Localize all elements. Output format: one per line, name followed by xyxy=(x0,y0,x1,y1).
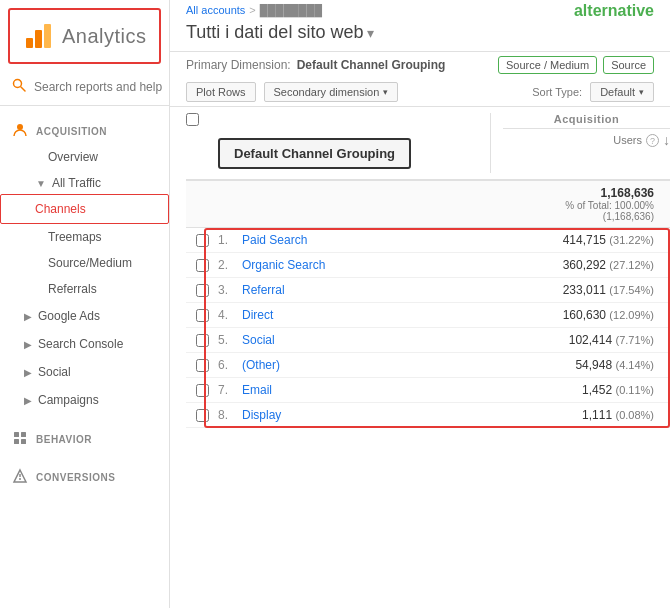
secondary-dimension-dropdown[interactable]: Secondary dimension ▾ xyxy=(264,82,399,102)
table-row: 5. Social 102,414 (7.71%) xyxy=(186,328,670,353)
row-checkbox-col xyxy=(186,309,218,322)
users-value: 233,011 xyxy=(563,283,606,297)
main-content: alternative All accounts > ████████ Tutt… xyxy=(170,0,670,608)
social-link[interactable]: Social xyxy=(242,333,275,347)
row-number: 2. xyxy=(218,258,242,272)
users-col-header: Users ? ↓ xyxy=(503,132,670,148)
total-users-value: 1,168,636 xyxy=(601,186,654,200)
sidebar-item-social[interactable]: ▶ Social xyxy=(0,358,169,386)
search-input[interactable] xyxy=(34,80,164,94)
row-checkbox-col xyxy=(186,334,218,347)
sort-type-dropdown[interactable]: Default ▾ xyxy=(590,82,654,102)
row-acq-cell: 1,452 (0.11%) xyxy=(490,383,670,397)
sidebar-item-treemaps[interactable]: Treemaps xyxy=(0,224,169,250)
sidebar-item-referrals[interactable]: Referrals xyxy=(0,276,169,302)
table-row: 1. Paid Search 414,715 (31.22%) xyxy=(186,228,670,253)
overview-label: Overview xyxy=(48,150,98,164)
acquisition-label: ACQUISITION xyxy=(36,126,107,137)
row-checkbox[interactable] xyxy=(196,259,209,272)
row-checkbox[interactable] xyxy=(196,409,209,422)
row-number: 5. xyxy=(218,333,242,347)
svg-rect-0 xyxy=(26,38,33,48)
svg-point-3 xyxy=(14,80,22,88)
header-checkbox-col xyxy=(186,113,218,173)
row-acq-cell: 160,630 (12.09%) xyxy=(490,308,670,322)
table-area: Default Channel Grouping Acquisition Use… xyxy=(170,107,670,608)
row-checkbox[interactable] xyxy=(196,309,209,322)
row-checkbox-col xyxy=(186,409,218,422)
display-link[interactable]: Display xyxy=(242,408,281,422)
row-acq-cell: 54,948 (4.14%) xyxy=(490,358,670,372)
social-label: Social xyxy=(38,365,71,379)
search-bar[interactable] xyxy=(0,68,169,106)
row-checkbox[interactable] xyxy=(196,384,209,397)
users-value: 1,452 xyxy=(582,383,612,397)
search-console-label: Search Console xyxy=(38,337,123,351)
users-help-icon[interactable]: ? xyxy=(646,134,659,147)
dim-header-cell: Default Channel Grouping xyxy=(218,113,490,173)
arrow-right-icon-2: ▶ xyxy=(24,339,32,350)
users-pct: (17.54%) xyxy=(609,284,654,296)
channels-label: Channels xyxy=(35,202,86,216)
users-pct: (0.11%) xyxy=(615,384,654,396)
table-header: Default Channel Grouping Acquisition Use… xyxy=(186,107,670,180)
svg-rect-8 xyxy=(14,439,19,444)
sidebar-item-overview[interactable]: Overview xyxy=(0,144,169,170)
row-acq-cell: 1,111 (0.08%) xyxy=(490,408,670,422)
dropdown-icon[interactable]: ▾ xyxy=(367,25,374,41)
breadcrumb-sep: > xyxy=(249,4,255,16)
row-number: 4. xyxy=(218,308,242,322)
users-pct: (7.71%) xyxy=(615,334,654,346)
source-medium-button[interactable]: Source / Medium xyxy=(498,56,597,74)
paid-search-link[interactable]: Paid Search xyxy=(242,233,307,247)
row-checkbox[interactable] xyxy=(196,334,209,347)
email-link[interactable]: Email xyxy=(242,383,272,397)
row-checkbox[interactable] xyxy=(196,234,209,247)
logo-container: Analytics xyxy=(8,8,161,64)
row-dim-cell: Email xyxy=(242,383,490,397)
select-all-checkbox[interactable] xyxy=(186,113,199,126)
row-number: 7. xyxy=(218,383,242,397)
table-row: 3. Referral 233,011 (17.54%) xyxy=(186,278,670,303)
row-checkbox[interactable] xyxy=(196,359,209,372)
table-row: 8. Display 1,111 (0.08%) xyxy=(186,403,670,428)
sidebar-item-source-medium[interactable]: Source/Medium xyxy=(0,250,169,276)
row-dim-cell: Direct xyxy=(242,308,490,322)
default-channel-grouping-option[interactable]: Default Channel Grouping xyxy=(297,58,446,72)
row-checkbox-col xyxy=(186,234,218,247)
sidebar-item-google-ads[interactable]: ▶ Google Ads xyxy=(0,302,169,330)
sidebar: Analytics ACQUISITION Overview xyxy=(0,0,170,608)
property-selector[interactable]: Tutti i dati del sito web ▾ xyxy=(170,20,670,51)
sidebar-item-campaigns[interactable]: ▶ Campaigns xyxy=(0,386,169,414)
users-pct: (4.14%) xyxy=(615,359,654,371)
sidebar-item-search-console[interactable]: ▶ Search Console xyxy=(0,330,169,358)
sort-desc-icon[interactable]: ↓ xyxy=(663,132,670,148)
arrow-right-icon-4: ▶ xyxy=(24,395,32,406)
secondary-dim-label: Secondary dimension xyxy=(274,86,380,98)
total-users: 1,168,636 % of Total: 100.00% (1,168,636… xyxy=(490,186,670,222)
source-button[interactable]: Source xyxy=(603,56,654,74)
users-pct: (27.12%) xyxy=(609,259,654,271)
property-name: Tutti i dati del sito web xyxy=(186,22,363,43)
behavior-section-header: BEHAVIOR xyxy=(0,420,169,452)
table-row: 2. Organic Search 360,292 (27.12%) xyxy=(186,253,670,278)
svg-point-5 xyxy=(17,124,23,130)
users-value: 54,948 xyxy=(575,358,612,372)
acquisition-icon xyxy=(12,122,28,140)
breadcrumb-all-accounts[interactable]: All accounts xyxy=(186,4,245,16)
row-checkbox[interactable] xyxy=(196,284,209,297)
table-row: 7. Email 1,452 (0.11%) xyxy=(186,378,670,403)
organic-search-link[interactable]: Organic Search xyxy=(242,258,325,272)
other-link[interactable]: (Other) xyxy=(242,358,280,372)
users-pct: (12.09%) xyxy=(609,309,654,321)
primary-dimension-bar: Primary Dimension: Default Channel Group… xyxy=(170,51,670,78)
row-dim-cell: Display xyxy=(242,408,490,422)
sidebar-item-channels[interactable]: Channels xyxy=(0,194,169,224)
row-checkbox-col xyxy=(186,384,218,397)
sidebar-item-all-traffic[interactable]: ▼ All Traffic xyxy=(0,170,169,194)
plot-rows-button[interactable]: Plot Rows xyxy=(186,82,256,102)
row-acq-cell: 414,715 (31.22%) xyxy=(490,233,670,247)
dim-header-col: Default Channel Grouping xyxy=(218,113,490,173)
direct-link[interactable]: Direct xyxy=(242,308,273,322)
referral-link[interactable]: Referral xyxy=(242,283,285,297)
